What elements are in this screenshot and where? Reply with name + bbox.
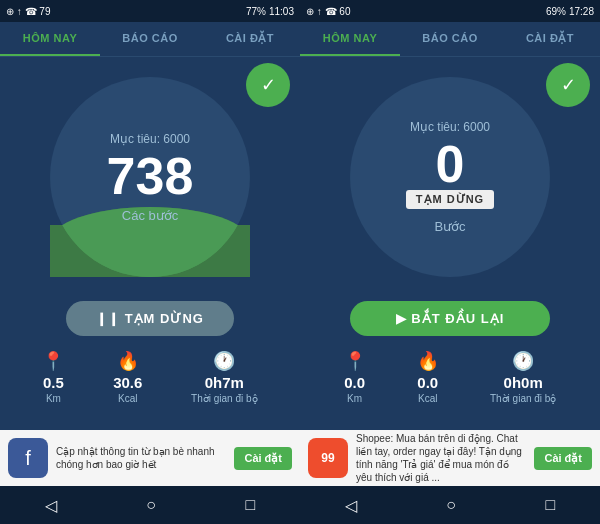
resume-button-2[interactable]: ▶ BẮT ĐẦU LẠI bbox=[350, 301, 550, 336]
stat-distance-1: 📍 0.5 Km bbox=[42, 350, 64, 404]
step-count-1: 738 bbox=[107, 150, 194, 202]
stat-time-unit-1: Thời gian đi bộ bbox=[191, 393, 257, 404]
muc-tieu-1: Mục tiêu: 6000 bbox=[110, 132, 190, 146]
step-label-2: Bước bbox=[434, 219, 465, 234]
nav-tabs-1: HÔM NAY BÁO CÁO CÀI ĐẶT bbox=[0, 22, 300, 57]
check-button-2[interactable]: ✓ bbox=[546, 63, 590, 107]
status-right-2: 69% 17:28 bbox=[546, 6, 594, 17]
location-icon-2: 📍 bbox=[344, 350, 366, 372]
stat-kcal-unit-2: Kcal bbox=[418, 393, 437, 404]
stat-kcal-2: 🔥 0.0 Kcal bbox=[417, 350, 439, 404]
shopee-icon-2: 99 bbox=[308, 438, 348, 478]
stat-time-2: 🕐 0h0m Thời gian đi bộ bbox=[490, 350, 556, 404]
stat-distance-value-1: 0.5 bbox=[43, 374, 64, 391]
clock-icon-2: 🕐 bbox=[512, 350, 534, 372]
status-icons-2: ⊕ ↑ ☎ 60 bbox=[306, 6, 350, 17]
status-bar-2: ⊕ ↑ ☎ 60 69% 17:28 bbox=[300, 0, 600, 22]
check-button-1[interactable]: ✓ bbox=[246, 63, 290, 107]
main-content-1: ✓ Mục tiêu: 6000 738 Các bước bbox=[0, 57, 300, 430]
nav-tabs-2: HÔM NAY BÁO CÁO CÀI ĐẶT bbox=[300, 22, 600, 57]
stat-time-value-1: 0h7m bbox=[205, 374, 244, 391]
stat-time-1: 🕐 0h7m Thời gian đi bộ bbox=[191, 350, 257, 404]
bottom-nav-2: ◁ ○ □ bbox=[300, 486, 600, 524]
recents-btn-2[interactable]: □ bbox=[530, 492, 572, 518]
tab-caidat-1[interactable]: CÀI ĐẶT bbox=[200, 22, 300, 56]
ad-text-2: Shopee: Mua bán trên di động. Chat liền … bbox=[356, 432, 526, 484]
tab-homnaY-1[interactable]: HÔM NAY bbox=[0, 22, 100, 56]
home-btn-1[interactable]: ○ bbox=[130, 492, 172, 518]
time-1: 11:03 bbox=[269, 6, 294, 17]
stat-distance-2: 📍 0.0 Km bbox=[344, 350, 366, 404]
bottom-nav-1: ◁ ○ □ bbox=[0, 486, 300, 524]
time-2: 17:28 bbox=[569, 6, 594, 17]
stat-kcal-unit-1: Kcal bbox=[118, 393, 137, 404]
fire-icon-1: 🔥 bbox=[117, 350, 139, 372]
circle-container-2: Mục tiêu: 6000 0 TẠM DỪNG Bước bbox=[340, 67, 560, 287]
status-left-2: ⊕ ↑ ☎ 60 bbox=[306, 6, 350, 17]
ad-banner-1: f Cập nhật thông tin từ bạn bè nhanh chó… bbox=[0, 430, 300, 486]
step-count-2: 0 bbox=[436, 138, 465, 190]
stat-distance-value-2: 0.0 bbox=[344, 374, 365, 391]
fire-icon-2: 🔥 bbox=[417, 350, 439, 372]
stats-row-2: 📍 0.0 Km 🔥 0.0 Kcal 🕐 0h0m Thời gian đi … bbox=[310, 346, 590, 408]
ad-install-btn-2[interactable]: Cài đặt bbox=[534, 447, 592, 470]
stat-distance-unit-1: Km bbox=[46, 393, 61, 404]
stat-time-value-2: 0h0m bbox=[504, 374, 543, 391]
recents-btn-1[interactable]: □ bbox=[230, 492, 272, 518]
back-btn-2[interactable]: ◁ bbox=[329, 492, 373, 519]
circle-text-1: Mục tiêu: 6000 738 Các bước bbox=[40, 67, 260, 287]
panel-1: ⊕ ↑ ☎ 79 77% 11:03 HÔM NAY BÁO CÁO CÀI Đ… bbox=[0, 0, 300, 524]
step-label-1: Các bước bbox=[122, 208, 178, 223]
status-left-1: ⊕ ↑ ☎ 79 bbox=[6, 6, 50, 17]
status-icons-1: ⊕ ↑ ☎ 79 bbox=[6, 6, 50, 17]
tab-caidat-2[interactable]: CÀI ĐẶT bbox=[500, 22, 600, 56]
status-bar-1: ⊕ ↑ ☎ 79 77% 11:03 bbox=[0, 0, 300, 22]
back-btn-1[interactable]: ◁ bbox=[29, 492, 73, 519]
location-icon-1: 📍 bbox=[42, 350, 64, 372]
main-content-2: ✓ Mục tiêu: 6000 0 TẠM DỪNG Bước ▶ BẮT Đ… bbox=[300, 57, 600, 430]
stat-distance-unit-2: Km bbox=[347, 393, 362, 404]
tab-baocao-2[interactable]: BÁO CÁO bbox=[400, 22, 500, 56]
stat-kcal-1: 🔥 30.6 Kcal bbox=[113, 350, 142, 404]
stat-kcal-value-2: 0.0 bbox=[417, 374, 438, 391]
home-btn-2[interactable]: ○ bbox=[430, 492, 472, 518]
tab-homnay-2[interactable]: HÔM NAY bbox=[300, 22, 400, 56]
battery-2: 69% bbox=[546, 6, 566, 17]
tab-baocao-1[interactable]: BÁO CÁO bbox=[100, 22, 200, 56]
ad-banner-2: 99 Shopee: Mua bán trên di động. Chat li… bbox=[300, 430, 600, 486]
battery-1: 77% bbox=[246, 6, 266, 17]
circle-text-2: Mục tiêu: 6000 0 TẠM DỪNG Bước bbox=[340, 67, 560, 287]
status-right-1: 77% 11:03 bbox=[246, 6, 294, 17]
pause-button-1[interactable]: ❙❙ TẠM DỪNG bbox=[66, 301, 234, 336]
muc-tieu-2: Mục tiêu: 6000 bbox=[410, 120, 490, 134]
clock-icon-1: 🕐 bbox=[213, 350, 235, 372]
fb-icon-1: f bbox=[8, 438, 48, 478]
stats-row-1: 📍 0.5 Km 🔥 30.6 Kcal 🕐 0h7m Thời gian đi… bbox=[10, 346, 290, 408]
stat-kcal-value-1: 30.6 bbox=[113, 374, 142, 391]
ad-install-btn-1[interactable]: Cài đặt bbox=[234, 447, 292, 470]
stat-time-unit-2: Thời gian đi bộ bbox=[490, 393, 556, 404]
panel-2: ⊕ ↑ ☎ 60 69% 17:28 HÔM NAY BÁO CÁO CÀI Đ… bbox=[300, 0, 600, 524]
ad-text-1: Cập nhật thông tin từ bạn bè nhanh chóng… bbox=[56, 445, 226, 471]
circle-container-1: Mục tiêu: 6000 738 Các bước bbox=[40, 67, 260, 287]
